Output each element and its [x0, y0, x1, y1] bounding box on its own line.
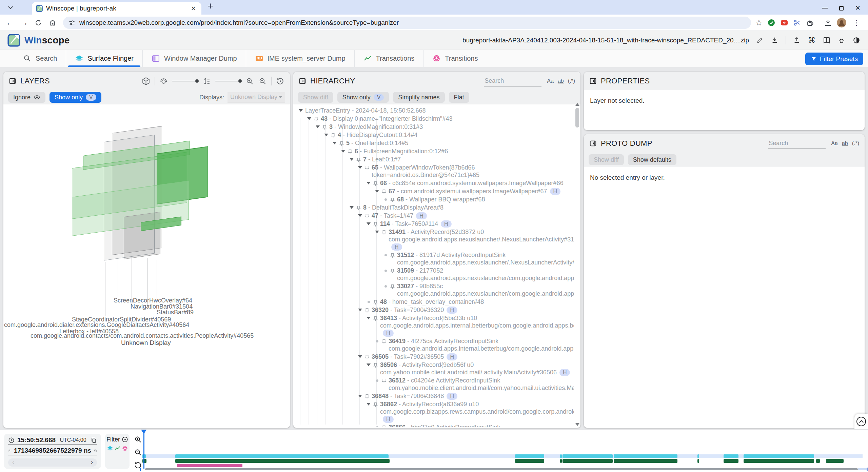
trace-tab[interactable]: Transitions [423, 50, 487, 67]
prev-entry-button[interactable]: ‹ [12, 459, 14, 466]
simplify-names-chip[interactable]: Simplify names [393, 92, 445, 103]
expand-arrow-icon[interactable] [358, 166, 362, 169]
tree-row[interactable]: 7 - Leaf:0:1#7 [293, 155, 574, 163]
trace-segment[interactable] [515, 454, 544, 458]
tree-row[interactable]: 43 - Display 0 name="Integrierter Bildsc… [293, 115, 574, 123]
rotation-slider[interactable] [172, 81, 198, 81]
spacing-slider[interactable] [215, 81, 241, 81]
tree-row[interactable]: 48 - home_task_overlay_container#48 [293, 298, 574, 306]
trace-segment[interactable] [744, 454, 814, 458]
expand-arrow-icon[interactable] [376, 426, 378, 427]
timeline-row-transitions[interactable] [142, 464, 863, 467]
tree-row[interactable]: 4 - HideDisplayCutout:0:14#4 [293, 131, 574, 139]
trace-segment[interactable] [697, 454, 699, 458]
expand-arrow-icon[interactable] [350, 158, 354, 161]
layer-label[interactable]: Unknown Display [121, 339, 171, 347]
tree-row[interactable]: 36506 - ActivityRecord{9edb56f u0 com.ya… [293, 361, 574, 376]
report-bug-icon[interactable] [837, 36, 846, 44]
copy-icon[interactable] [91, 437, 97, 444]
proto-search-input[interactable] [768, 138, 826, 149]
current-time[interactable]: 15:50:52.668 [17, 436, 56, 444]
regex-icon[interactable]: (.*) [852, 140, 859, 146]
bookmark-star-icon[interactable]: ☆ [755, 18, 763, 27]
browser-tab[interactable]: Winscope | bugreport-ak ✕ [32, 2, 201, 15]
cube-3d-icon[interactable] [142, 77, 150, 85]
trace-segment[interactable] [826, 459, 844, 463]
trace-segment[interactable] [515, 459, 544, 463]
trace-segment[interactable] [724, 459, 738, 463]
expand-arrow-icon[interactable] [358, 395, 362, 397]
expand-arrow-icon[interactable] [367, 222, 371, 225]
trace-segment[interactable] [724, 454, 738, 458]
tree-row[interactable]: 66 - c6c854e com.android.systemui.wallpa… [293, 179, 574, 187]
expand-arrow-icon[interactable] [367, 403, 371, 406]
expand-arrow-icon[interactable] [376, 379, 378, 382]
current-timestamp-ns[interactable]: 1713469852667522979 ns [14, 447, 91, 454]
trace-segment[interactable] [563, 459, 613, 463]
trace-segment[interactable] [744, 459, 814, 463]
extension-adblock-icon[interactable] [767, 19, 775, 27]
layer-label[interactable]: com.google.android.contacts/com.android.… [31, 332, 254, 339]
collapse-panel-icon[interactable] [299, 77, 306, 85]
trace-segment[interactable] [177, 464, 242, 467]
home-button[interactable] [46, 16, 59, 29]
trace-segment[interactable] [614, 459, 677, 463]
tree-row[interactable]: 68 - Wallpaper BBQ wrapper#68 [293, 195, 574, 203]
trace-segment[interactable] [560, 454, 561, 458]
collapse-panel-icon[interactable] [9, 77, 16, 85]
collapse-panel-icon[interactable] [589, 77, 597, 85]
timeline-cursor[interactable] [143, 433, 144, 469]
tree-row[interactable]: 36320 - Task=7900#36320H [293, 306, 574, 314]
show-diff-chip[interactable]: Show diff [589, 154, 624, 165]
flat-chip[interactable]: Flat [449, 92, 469, 103]
url-bar[interactable]: winscope.teams.x20web.corp.google.com/pr… [63, 17, 751, 29]
profile-avatar[interactable] [837, 18, 846, 27]
tree-row[interactable]: 33027 - 90b855c com.google.android.apps.… [293, 282, 574, 298]
expand-arrow-icon[interactable] [358, 355, 362, 358]
scroll-up-icon[interactable] [575, 103, 579, 106]
layer-label[interactable]: com.google.android.dialer.extensions.Goo… [4, 321, 189, 329]
documentation-icon[interactable] [823, 36, 831, 44]
reset-view-icon[interactable] [276, 77, 284, 85]
expand-arrow-icon[interactable] [299, 109, 303, 112]
zoom-out-icon[interactable] [258, 77, 267, 85]
tree-row[interactable]: 5 - OneHanded:0:14#5 [293, 139, 574, 147]
expand-arrow-icon[interactable] [341, 150, 345, 153]
expand-arrow-icon[interactable] [384, 285, 387, 288]
dark-mode-toggle-icon[interactable] [852, 36, 861, 44]
edit-file-icon[interactable] [756, 36, 764, 44]
trace-tab[interactable]: Window Manager Dump [142, 50, 246, 67]
timeline-zoom-in-button[interactable] [132, 434, 144, 445]
layer-spacing-icon[interactable] [202, 77, 211, 85]
scroll-down-icon[interactable] [575, 423, 579, 426]
browser-menu-icon[interactable]: ⋮ [851, 19, 862, 27]
downloads-icon[interactable] [824, 19, 832, 27]
layers-3d-view[interactable]: ScreenDecorHwcOverlay#64NavigationBar0#3… [3, 104, 290, 428]
show-diff-chip[interactable]: Show diff [298, 92, 333, 103]
reload-button[interactable] [32, 16, 45, 29]
collapse-panel-icon[interactable] [589, 140, 597, 147]
surfaceflinger-filter-icon[interactable] [107, 445, 113, 452]
expand-arrow-icon[interactable] [376, 340, 378, 342]
collapse-timeline-button[interactable] [856, 417, 866, 426]
scrollbar-thumb[interactable] [575, 108, 579, 127]
expand-arrow-icon[interactable] [384, 254, 387, 256]
trace-segment[interactable] [816, 459, 820, 463]
back-button[interactable]: ← [3, 16, 16, 29]
timeline-row-transactions[interactable] [142, 459, 863, 463]
expand-arrow-icon[interactable] [307, 117, 311, 120]
tree-row[interactable]: 36848 - Task=7906#36848H [293, 392, 574, 400]
extensions-puzzle-icon[interactable] [806, 19, 814, 27]
timeline-reset-zoom-button[interactable] [132, 459, 144, 471]
timeline-scrollbar-thumb[interactable] [145, 468, 858, 470]
tab-close-icon[interactable]: ✕ [190, 5, 197, 12]
tree-row[interactable]: 6 - FullscreenMagnification:0:12#6 [293, 147, 574, 155]
trace-tab[interactable]: Transactions [354, 50, 423, 67]
trace-segment[interactable] [175, 454, 389, 458]
forward-button[interactable]: → [18, 16, 31, 29]
tree-row[interactable]: 67 - com.android.systemui.wallpapers.Ima… [293, 187, 574, 195]
trace-segment[interactable] [563, 454, 613, 458]
tree-row[interactable]: 3 - WindowedMagnification:0:31#3 [293, 123, 574, 131]
tree-row[interactable]: 36413 - ActivityRecord{f5be33b u10 com.g… [293, 314, 574, 337]
transitions-filter-icon[interactable] [122, 445, 128, 452]
